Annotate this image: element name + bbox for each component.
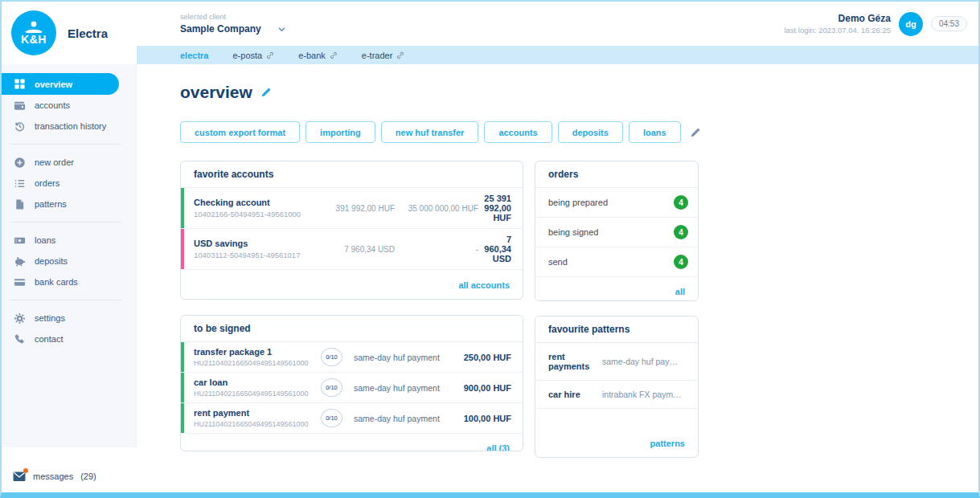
orders-status-label: send	[548, 257, 568, 267]
messages-label: messages	[33, 471, 73, 481]
sidebar-item-bank-cards[interactable]: bank cards	[2, 271, 136, 292]
accounts-button[interactable]: accounts	[484, 121, 552, 143]
pattern-type: intrabank FX paym…	[602, 390, 687, 399]
order-amount: 100,00 HUF	[449, 414, 511, 423]
orders-count-badge: 4	[674, 225, 688, 239]
channel-tabs: electra e-posta e-bank e-trader	[137, 46, 978, 64]
pattern-row[interactable]: rent payments same-day huf pay…	[535, 343, 698, 381]
signable-row[interactable]: transfer package 1 HU2110402166504949514…	[181, 342, 523, 373]
chevron-down-icon[interactable]	[277, 25, 286, 34]
order-name: rent payment	[194, 408, 321, 418]
account-name: USD savings	[194, 239, 324, 248]
tab-e-posta[interactable]: e-posta	[232, 51, 274, 60]
selected-client-name: Sample Company	[180, 23, 261, 35]
avatar[interactable]: dg	[899, 12, 923, 36]
order-name: transfer package 1	[194, 347, 321, 357]
order-type: same-day huf payment	[342, 353, 449, 362]
wallet-icon	[14, 100, 26, 112]
sidebar-item-label: settings	[35, 313, 65, 323]
orders-status-label: being signed	[548, 227, 598, 237]
pattern-name: rent payments	[548, 352, 602, 371]
to-be-signed-card: to be signed transfer package 1 HU211040…	[180, 315, 523, 451]
orders-row[interactable]: being signed 4	[535, 218, 698, 247]
messages-link[interactable]: messages (29)	[2, 460, 137, 492]
user-name: Demo Géza	[784, 13, 891, 24]
kh-logo-icon: K&H	[11, 10, 56, 55]
tab-label: e-posta	[232, 51, 262, 60]
signable-row[interactable]: rent payment HU2110402166504949514956100…	[181, 403, 523, 434]
tab-e-trader[interactable]: e-trader	[362, 51, 405, 60]
all-orders-link[interactable]: all	[675, 287, 685, 296]
orders-row[interactable]: send 4	[535, 247, 698, 277]
account-balance: 25 391 992,00 HUF	[478, 194, 511, 222]
signable-row[interactable]: car loan HU21104021665049495149561000 0/…	[181, 373, 523, 403]
document-icon	[14, 198, 26, 210]
all-accounts-link[interactable]: all accounts	[458, 280, 510, 290]
client-selector[interactable]: selected client Sample Company	[180, 13, 286, 35]
quick-buttons: custom export format importing new huf t…	[180, 121, 978, 143]
sidebar-item-label: new order	[35, 157, 74, 167]
sidebar-item-label: deposits	[35, 256, 68, 266]
deposits-button[interactable]: deposits	[558, 121, 623, 143]
brand-logo: K&H Electra	[2, 2, 137, 64]
gear-icon	[14, 312, 26, 325]
order-type: same-day huf payment	[342, 383, 449, 393]
edit-title-icon[interactable]	[260, 87, 272, 98]
patterns-link[interactable]: patterns	[650, 439, 685, 448]
phone-icon	[14, 333, 26, 345]
custom-export-format-button[interactable]: custom export format	[180, 121, 300, 143]
account-number: 10403112-50494951-49561017	[194, 251, 324, 259]
link-icon	[330, 51, 338, 59]
banknote-icon	[14, 235, 26, 247]
sidebar-item-contact[interactable]: contact	[2, 329, 136, 349]
sidebar-item-patterns[interactable]: patterns	[2, 194, 136, 214]
loans-button[interactable]: loans	[629, 121, 681, 143]
account-name: Checking account	[194, 198, 324, 207]
sidebar-item-new-order[interactable]: new order	[2, 152, 136, 173]
top-header: selected client Sample Company Demo Géza…	[137, 2, 978, 46]
account-number: 10402166-50494951-49561000	[194, 210, 324, 218]
page-title: overview	[180, 83, 252, 102]
card-title: orders	[535, 161, 698, 188]
user-info: Demo Géza last login: 2023.07.04. 16:26:…	[784, 12, 978, 36]
sidebar-spacer	[2, 447, 137, 460]
signature-count-badge: 0/10	[321, 409, 342, 427]
sidebar-item-label: transaction history	[35, 121, 106, 131]
orders-row[interactable]: being prepared 4	[535, 188, 698, 218]
account-row[interactable]: Checking account 10402166-50494951-49561…	[181, 188, 523, 229]
history-icon	[14, 120, 26, 133]
edit-buttons-icon[interactable]	[690, 127, 701, 138]
pattern-row[interactable]: car hire intrabank FX paym…	[535, 381, 698, 409]
sidebar-divider	[10, 222, 121, 222]
new-huf-transfer-button[interactable]: new huf transfer	[381, 121, 479, 143]
sidebar-item-deposits[interactable]: deposits	[2, 251, 136, 271]
sidebar-item-label: contact	[35, 334, 63, 344]
favourite-patterns-card: favourite patterns rent payments same-da…	[535, 316, 699, 458]
tab-electra[interactable]: electra	[180, 51, 208, 60]
account-blocked: 35 000 000,00 HUF	[395, 204, 478, 213]
all-signable-link[interactable]: all (3)	[486, 443, 510, 451]
sidebar-item-overview[interactable]: overview	[2, 73, 119, 95]
orders-count-badge: 4	[674, 195, 688, 210]
order-type: same-day huf payment	[342, 414, 449, 423]
sidebar-item-loans[interactable]: loans	[2, 230, 136, 251]
tab-label: electra	[180, 51, 208, 60]
importing-button[interactable]: importing	[305, 121, 375, 143]
sidebar-item-settings[interactable]: settings	[2, 308, 136, 329]
grid-icon	[14, 78, 26, 90]
list-icon	[14, 178, 26, 190]
account-row[interactable]: USD savings 10403112-50494951-49561017 7…	[181, 229, 523, 270]
sidebar-item-transaction-history[interactable]: transaction history	[2, 116, 136, 137]
sidebar-divider	[10, 300, 121, 300]
pattern-name: car hire	[548, 390, 602, 399]
account-available: 391 992,00 HUF	[324, 204, 395, 213]
signature-count-badge: 0/10	[321, 348, 342, 366]
link-icon	[396, 51, 404, 59]
account-blocked: -	[395, 245, 478, 254]
sidebar-item-orders[interactable]: orders	[2, 173, 136, 194]
link-icon	[266, 51, 274, 59]
tab-e-bank[interactable]: e-bank	[298, 51, 338, 60]
tab-label: e-trader	[362, 51, 393, 60]
sidebar-item-accounts[interactable]: accounts	[2, 95, 136, 116]
app-name: Electra	[68, 27, 108, 40]
